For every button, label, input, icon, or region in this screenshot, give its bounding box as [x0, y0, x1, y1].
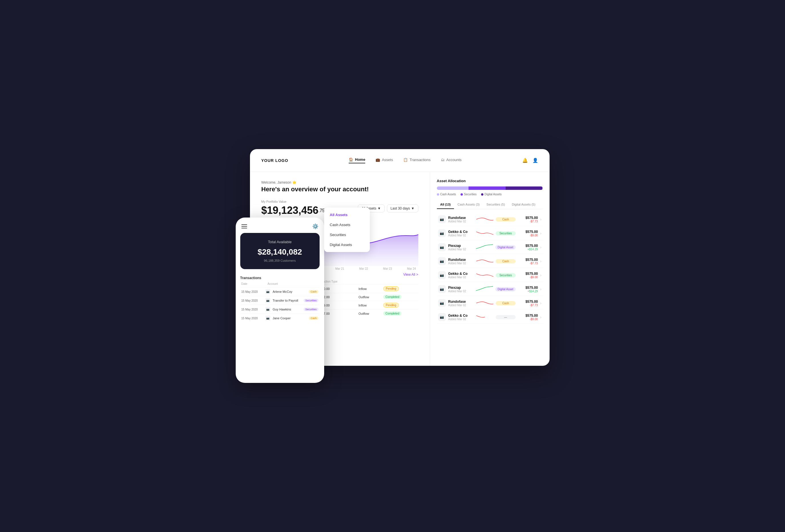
page-title: Here's an overview of your account! — [261, 186, 418, 193]
chevron-right-icon[interactable]: › — [540, 315, 541, 319]
mini-chart — [476, 229, 493, 238]
asset-icon: 📷 — [438, 257, 446, 265]
chevron-right-icon[interactable]: › — [540, 287, 541, 291]
mini-chart — [476, 215, 493, 223]
cell-status: Completed — [381, 293, 418, 301]
dropdown-item-securities[interactable]: Securities — [324, 230, 370, 240]
asset-info: Gekko & Co Added Mar 02 — [448, 314, 474, 321]
mobile-badge: Securities — [304, 308, 319, 311]
asset-row: 📷 Piexzap Added Mar 02 Digital Asset $57… — [437, 241, 543, 254]
tab-securities[interactable]: Securities (5) — [483, 201, 508, 209]
transactions-icon: 📋 — [403, 158, 408, 162]
asset-row: 📷 Piexzap Added Mar 02 Digital Asset $57… — [437, 283, 543, 296]
cell-flow: Inflow — [356, 301, 381, 310]
asset-dropdown: All Assets Cash Assets Securities Digita… — [324, 208, 370, 252]
asset-tabs: All (13) Cash Assets (3) Securities (5) … — [437, 201, 543, 209]
mini-chart — [476, 313, 493, 321]
asset-icon: 📷 — [438, 285, 446, 293]
mobile-trans-headers: Date Account — [240, 282, 320, 285]
scene: YOUR LOGO 🏠 Home 💼 Assets 📋 Transactions… — [236, 149, 550, 383]
chevron-right-icon[interactable]: › — [540, 301, 541, 305]
dropdown-item-all[interactable]: All Assets — [324, 210, 370, 220]
bar-cash — [437, 186, 469, 190]
mobile-badge: Cash — [309, 316, 318, 320]
portfolio-label: My Portfolio Value — [261, 200, 418, 203]
asset-value-col: $575.00 -$7.73 — [518, 300, 538, 307]
chevron-right-icon[interactable]: › — [540, 245, 541, 249]
asset-row: 📷 Gekko & Co Added Mar 02 — $575.00 -$9.… — [437, 311, 543, 324]
legend-cash: Cash Assets — [437, 193, 456, 196]
right-panel: Asset Allocation Cash Assets Securities — [430, 172, 550, 366]
asset-icon: 📷 — [438, 271, 446, 279]
dropdown-item-digital[interactable]: Digital Assets — [324, 240, 370, 250]
asset-info: Rundofase Added Mar 02 — [448, 216, 474, 223]
asset-icon: 📷 — [438, 299, 446, 307]
chevron-right-icon[interactable]: › — [540, 217, 541, 221]
asset-value-col: $575.00 +$14.29 — [518, 286, 538, 293]
chevron-down-icon: ▼ — [378, 206, 381, 210]
mobile-total-value: $28,140,082 — [246, 247, 314, 257]
asset-info: Rundofase Added Mar 02 — [448, 300, 474, 307]
hamburger-menu[interactable] — [242, 224, 247, 229]
legend-securities: Securities — [460, 193, 477, 196]
nav-link-home[interactable]: 🏠 Home — [349, 157, 365, 163]
mobile-transactions-title: Transactions — [240, 276, 320, 280]
settings-icon[interactable]: ⚙️ — [312, 223, 319, 230]
legend-dot-cash — [437, 193, 439, 195]
chevron-right-icon[interactable]: › — [540, 231, 541, 236]
tab-all[interactable]: All (13) — [437, 201, 454, 209]
cell-status: Pending — [381, 301, 418, 310]
mobile-transactions: Transactions Date Account 15 May 2020 📷 … — [236, 274, 324, 325]
mobile-trans-row: 15 May 2020 📷 Jane Cooper Cash — [240, 314, 320, 322]
time-filter-btn[interactable]: Last 30 days ▼ — [387, 205, 418, 212]
account-icon: 📷 — [265, 307, 271, 312]
nav-link-assets[interactable]: 💼 Assets — [376, 158, 393, 163]
asset-info: Rundofase Added Mar 02 — [448, 258, 474, 265]
tab-digital[interactable]: Digital Assets (5) — [508, 201, 539, 209]
assets-icon: 💼 — [376, 158, 380, 162]
asset-type-badge: Digital Asset — [496, 287, 516, 291]
legend-digital: Digital Assets — [481, 193, 502, 196]
asset-type-badge: Cash — [496, 217, 516, 221]
user-icon[interactable]: 👤 — [532, 158, 538, 163]
mobile-header: ⚙️ — [236, 217, 324, 233]
dropdown-item-cash[interactable]: Cash Assets — [324, 220, 370, 230]
asset-row: 📷 Gekko & Co Added Mar 02 Securities $57… — [437, 227, 543, 240]
accounts-icon: 🗂 — [441, 158, 445, 162]
asset-type-badge: Securities — [496, 231, 516, 236]
chevron-right-icon[interactable]: › — [540, 259, 541, 263]
nav-links: 🏠 Home 💼 Assets 📋 Transactions 🗂 Account… — [349, 157, 462, 163]
asset-icon: 📷 — [438, 313, 446, 321]
mini-chart — [476, 285, 493, 293]
mobile-badge: Cash — [309, 290, 318, 293]
mobile-badge: Securities — [304, 299, 319, 302]
asset-value-col: $575.00 +$14.29 — [518, 244, 538, 251]
asset-info: Piexzap Added Mar 02 — [448, 244, 474, 251]
account-icon: 📷 — [265, 316, 271, 321]
asset-row: 📷 Rundofase Added Mar 02 Cash $575.00 -$… — [437, 296, 543, 310]
bar-securities — [469, 186, 506, 190]
nav-link-accounts[interactable]: 🗂 Accounts — [441, 158, 461, 163]
asset-row: 📷 Rundofase Added Mar 02 Cash $575.00 -$… — [437, 255, 543, 268]
allocation-legend: Cash Assets Securities Digital Assets — [437, 193, 543, 196]
asset-info: Gekko & Co Added Mar 02 — [448, 230, 474, 237]
asset-type-badge: Securities — [496, 273, 516, 277]
asset-type-badge: Cash — [496, 259, 516, 263]
logo: YOUR LOGO — [261, 158, 288, 163]
nav-link-transactions[interactable]: 📋 Transactions — [403, 158, 431, 163]
bell-icon[interactable]: 🔔 — [522, 158, 528, 163]
asset-icon: 📷 — [438, 243, 446, 251]
asset-value-col: $575.00 -$9.00 — [518, 272, 538, 279]
mini-chart — [476, 257, 493, 265]
tab-cash[interactable]: Cash Assets (3) — [454, 201, 483, 209]
chevron-right-icon[interactable]: › — [540, 273, 541, 277]
asset-row: 📷 Gekko & Co Added Mar 02 Securities $57… — [437, 269, 543, 282]
cell-flow: Outflow — [356, 310, 381, 318]
mini-chart — [476, 299, 493, 307]
asset-value-col: $575.00 -$7.73 — [518, 216, 538, 223]
chart-label-5: Mar 23 — [383, 267, 392, 270]
chevron-down-icon-2: ▼ — [411, 206, 414, 210]
nav-actions: 🔔 👤 — [522, 158, 538, 163]
asset-value-col: $575.00 -$9.00 — [518, 314, 538, 321]
view-all-link[interactable]: View All > — [403, 272, 418, 276]
